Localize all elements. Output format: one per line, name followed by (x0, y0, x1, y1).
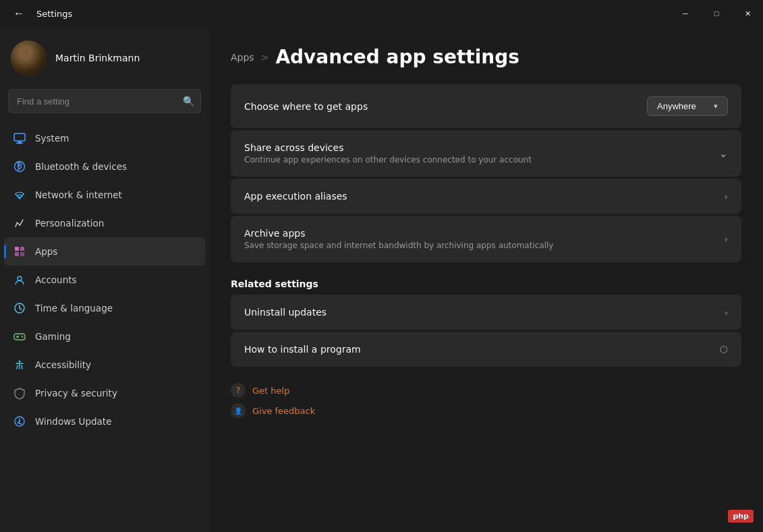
app-container: Martin Brinkmann 🔍 System Bluetooth & de… (0, 27, 763, 532)
chevron-right-icon: › (725, 191, 728, 202)
how-to-install-title: How to install a program (244, 344, 361, 355)
app-execution-row[interactable]: App execution aliases › (231, 179, 741, 214)
accessibility-icon (12, 357, 27, 372)
back-button[interactable]: ← (8, 0, 30, 27)
search-box: 🔍 (8, 89, 201, 113)
sidebar-item-apps[interactable]: Apps (4, 237, 205, 266)
minimize-icon: ─ (683, 9, 688, 18)
sidebar: Martin Brinkmann 🔍 System Bluetooth & de… (0, 27, 209, 532)
sidebar-item-accessibility[interactable]: Accessibility (4, 351, 205, 379)
sidebar-item-windows-update[interactable]: Windows Update (4, 407, 205, 436)
chevron-right-icon-2: › (725, 234, 728, 244)
sidebar-label-accessibility: Accessibility (35, 359, 91, 370)
how-to-install-row[interactable]: How to install a program ⬡ (231, 332, 741, 367)
sidebar-label-privacy: Privacy & security (35, 388, 117, 398)
breadcrumb-separator: > (261, 52, 269, 63)
give-feedback-label: Give feedback (252, 406, 315, 416)
share-across-title: Share across devices (244, 142, 532, 153)
watermark: php (728, 510, 754, 523)
give-feedback-icon: 👤 (231, 403, 246, 418)
title-bar: ← Settings ─ □ ✕ (0, 0, 763, 27)
svg-point-12 (22, 336, 24, 338)
archive-apps-row[interactable]: Archive apps Save storage space and inte… (231, 216, 741, 262)
archive-apps-desc: Save storage space and internet bandwidt… (244, 241, 553, 250)
give-feedback-link[interactable]: 👤 Give feedback (231, 403, 741, 418)
svg-rect-1 (18, 142, 22, 143)
time-icon (12, 301, 27, 316)
breadcrumb: Apps > Advanced app settings (231, 46, 741, 68)
choose-apps-title: Choose where to get apps (244, 101, 368, 112)
app-execution-title: App execution aliases (244, 191, 347, 202)
sidebar-label-network: Network & internet (35, 189, 122, 200)
sidebar-label-apps: Apps (35, 246, 57, 257)
choose-apps-row[interactable]: Choose where to get apps Anywhere ▾ (231, 84, 741, 128)
sidebar-item-system[interactable]: System (4, 124, 205, 152)
external-link-icon: ⬡ (720, 344, 728, 355)
avatar (11, 40, 46, 76)
maximize-button[interactable]: □ (701, 0, 732, 27)
sidebar-label-windows-update: Windows Update (35, 416, 111, 427)
choose-apps-value: Anywhere (657, 101, 696, 111)
uninstall-updates-title: Uninstall updates (244, 307, 327, 318)
main-content: Apps > Advanced app settings Choose wher… (209, 27, 763, 532)
help-links: ? Get help 👤 Give feedback (231, 383, 741, 418)
windows-update-icon (12, 414, 27, 429)
gaming-icon (12, 329, 27, 344)
bluetooth-icon (12, 159, 27, 174)
svg-rect-2 (16, 143, 23, 144)
sidebar-item-privacy[interactable]: Privacy & security (4, 379, 205, 407)
close-icon: ✕ (745, 9, 751, 18)
privacy-icon (12, 386, 27, 401)
expand-icon: ⌄ (719, 147, 728, 160)
svg-point-8 (18, 276, 22, 280)
sidebar-item-personalization[interactable]: Personalization (4, 209, 205, 237)
network-icon (12, 187, 27, 202)
sidebar-item-time[interactable]: Time & language (4, 294, 205, 322)
sidebar-label-bluetooth: Bluetooth & devices (35, 161, 127, 172)
archive-apps-title: Archive apps (244, 228, 553, 239)
svg-rect-0 (14, 134, 25, 141)
search-input[interactable] (8, 89, 201, 113)
minimize-button[interactable]: ─ (670, 0, 701, 27)
svg-rect-5 (20, 247, 24, 251)
svg-rect-4 (15, 247, 19, 251)
svg-rect-7 (20, 252, 24, 256)
get-help-icon: ? (231, 383, 246, 398)
choose-apps-dropdown[interactable]: Anywhere ▾ (647, 96, 728, 116)
sidebar-item-gaming[interactable]: Gaming (4, 322, 205, 351)
uninstall-updates-row[interactable]: Uninstall updates › (231, 295, 741, 330)
sidebar-item-bluetooth[interactable]: Bluetooth & devices (4, 152, 205, 181)
svg-point-13 (19, 361, 21, 363)
apps-icon (12, 244, 27, 259)
get-help-link[interactable]: ? Get help (231, 383, 741, 398)
accounts-icon (12, 272, 27, 287)
sidebar-item-network[interactable]: Network & internet (4, 181, 205, 209)
sidebar-item-accounts[interactable]: Accounts (4, 266, 205, 294)
sidebar-label-personalization: Personalization (35, 218, 104, 229)
system-icon (12, 131, 27, 146)
share-across-row[interactable]: Share across devices Continue app experi… (231, 130, 741, 177)
personalization-icon (12, 216, 27, 231)
sidebar-label-accounts: Accounts (35, 274, 77, 285)
breadcrumb-parent[interactable]: Apps (231, 52, 254, 63)
svg-rect-6 (15, 252, 19, 256)
svg-point-11 (21, 336, 22, 337)
page-title: Advanced app settings (275, 46, 519, 68)
user-section: Martin Brinkmann (0, 27, 209, 86)
sidebar-label-system: System (35, 133, 69, 144)
sidebar-label-time: Time & language (35, 303, 113, 314)
search-icon: 🔍 (183, 96, 194, 107)
related-settings-heading: Related settings (231, 278, 741, 289)
user-name: Martin Brinkmann (55, 53, 140, 63)
nav-list: System Bluetooth & devices Network & int… (0, 121, 209, 438)
sidebar-label-gaming: Gaming (35, 331, 71, 342)
svg-rect-10 (14, 334, 25, 340)
share-across-desc: Continue app experiences on other device… (244, 155, 532, 165)
chevron-right-icon-3: › (725, 307, 728, 318)
title-bar-title: Settings (36, 9, 72, 19)
get-help-label: Get help (252, 386, 289, 396)
maximize-icon: □ (714, 9, 719, 18)
close-button[interactable]: ✕ (732, 0, 763, 27)
chevron-down-icon: ▾ (714, 102, 718, 111)
